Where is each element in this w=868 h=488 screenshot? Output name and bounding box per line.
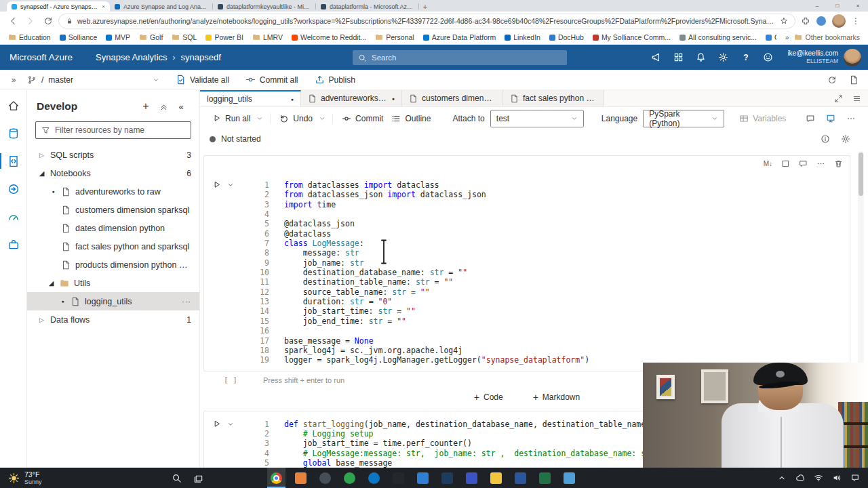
tree-item-products-dimension-python-and-spa[interactable]: products dimension python and spa... [27,256,199,274]
more-actions-icon[interactable]: ··· [182,298,191,306]
undo-button[interactable]: Undo [275,110,317,127]
editor-tab-adventureworks-to-raw[interactable]: adventureworks to raw● [301,90,402,106]
browser-profile-avatar[interactable] [832,14,846,28]
taskbar-app-icon[interactable] [536,468,554,488]
chevron-expanded-icon[interactable]: ◢ [38,169,45,177]
other-bookmarks[interactable]: Other bookmarks [794,33,860,41]
attach-to-select[interactable]: test [490,110,584,127]
tree-item-adventureworks-to-raw[interactable]: ●adventureworks to raw [27,182,199,201]
refresh-button[interactable] [41,14,56,28]
bookmark-item[interactable]: Personal [375,33,414,41]
taskbar-app-icon[interactable] [316,468,334,488]
omnibox[interactable]: web.azuresynapse.net/en/authoring/analyz… [58,14,795,28]
tree-item-logging-utils[interactable]: ●logging_utils··· [27,292,199,310]
add-markdown-button[interactable]: + Markdown [533,392,580,403]
taskbar-app-icon[interactable] [292,468,310,488]
caret-up-button[interactable] [777,473,787,483]
code-editor[interactable]: from dataclasses import dataclassfrom da… [269,180,850,365]
undo-dropdown-button[interactable] [317,115,328,122]
chevron-collapsed-icon[interactable]: ▷ [38,317,45,323]
tree-item-dates-dimension-python[interactable]: dates dimension python [27,219,199,237]
user-info[interactable]: ike@ikeellis.com ELLISTEAM [787,49,838,65]
comments-icon[interactable] [806,114,815,123]
run-cell-icon[interactable] [212,180,221,189]
browser-tab[interactable]: dataplatformla - Microsoft Azure [316,1,419,12]
chevron-expanded-icon[interactable]: ◢ [47,279,55,287]
nav-develop[interactable] [0,147,27,175]
tree-item-fact-sales-python-and-sparksql[interactable]: fact sales python and sparksql [27,237,199,256]
bookmark-item[interactable]: LMRV [252,33,283,41]
help-button[interactable]: ? [734,45,757,70]
bookmark-item[interactable]: Welcome to Reddit... [292,33,366,41]
bookmark-item[interactable]: Solliance [60,33,98,41]
nav-manage[interactable] [0,230,27,258]
outline-button[interactable]: Outline [387,110,435,127]
filter-box[interactable] [35,121,191,139]
expand-nav-icon[interactable]: » [0,75,27,85]
forward-button[interactable] [23,14,38,28]
comment-icon[interactable] [799,159,808,168]
bookmark-item[interactable]: CloudLabs On Dem... [766,33,776,41]
nav-data[interactable] [0,119,27,147]
bookmark-item[interactable]: SQL [172,33,197,41]
taskbar-app-icon[interactable] [340,468,359,488]
variables-button[interactable]: Variables [735,110,790,127]
expand-editor-icon[interactable] [834,94,843,103]
product-name[interactable]: Synapse Analytics [96,52,167,62]
commit-button[interactable]: Commit [338,110,387,127]
browser-tab[interactable]: dataplatformkeyvaultlike - Micro... [213,1,316,12]
editor-tab-logging-utils[interactable]: logging_utils● [200,90,301,106]
back-button[interactable] [5,14,20,28]
close-button[interactable]: × [848,0,868,12]
chevron-collapsed-icon[interactable]: ▷ [38,152,45,159]
workspace-name[interactable]: synapsedf [181,52,221,62]
session-info-icon[interactable] [821,134,830,144]
settings-button[interactable] [712,45,734,70]
browser-tab[interactable]: Azure Synapse and Log Analytic... [110,1,213,12]
taskbar-app-icon[interactable] [511,468,530,488]
browser-menu-icon[interactable]: ⋮ [852,16,860,26]
bookmark-item[interactable]: Golf [139,33,163,41]
bookmark-item[interactable]: MVP [106,33,130,41]
maximize-button[interactable]: □ [827,0,848,12]
collapse-all-button[interactable] [155,98,172,115]
editor-tab-customers-dimensio[interactable]: customers dimensio... [402,90,503,106]
delete-cell-icon[interactable] [834,159,843,168]
run-all-button[interactable]: Run all [208,110,254,127]
wifi-button[interactable] [814,473,823,483]
configure-session-icon[interactable] [841,134,850,144]
scrollbar-thumb[interactable] [859,152,863,196]
run-cell-icon[interactable] [212,420,221,428]
editor-tab-fact-sales-python-an[interactable]: fact sales python an... [503,90,604,106]
tree-item-utils[interactable]: ◢Utils [27,274,199,292]
taskbar-app-icon[interactable] [267,468,285,488]
notifications-button[interactable] [690,45,712,70]
more-actions-icon[interactable] [816,159,825,168]
url-text[interactable]: web.azuresynapse.net/en/authoring/analyz… [77,17,776,25]
bookmark-item[interactable]: Education [8,33,51,41]
cloud-button[interactable] [795,473,805,483]
extension-icon[interactable] [816,16,826,26]
bookmark-star-icon[interactable] [780,17,788,25]
nav-integrate[interactable] [0,175,27,203]
search-input[interactable] [372,54,561,62]
browser-tab[interactable]: synapsedf - Azure Synapse Analy× [7,1,110,12]
refresh-icon[interactable] [827,75,837,85]
taskbar-app-icon[interactable] [365,468,383,488]
weather-widget[interactable]: 73°F Sunny [0,468,50,488]
validate-all-button[interactable]: Validate all [176,75,229,85]
bookmark-item[interactable]: DocHub [549,33,584,41]
minimize-button[interactable]: – [807,0,827,12]
bookmark-item[interactable]: LinkedIn [505,33,540,41]
language-select[interactable]: PySpark (Python) [643,110,724,127]
add-resource-button[interactable]: + [137,98,155,115]
bookmark-item[interactable]: My Solliance Comm... [593,33,671,41]
tree-item-customers-dimension-sparksql[interactable]: customers dimension sparksql [27,201,199,219]
tree-section-data-flows[interactable]: ▷Data flows1 [27,310,199,329]
tree-section-notebooks[interactable]: ◢Notebooks6 [27,164,199,182]
spark-ui-icon[interactable] [826,114,835,123]
more-actions-icon[interactable] [846,114,856,123]
tab-close-icon[interactable]: × [102,3,105,9]
tree-section-sql-scripts[interactable]: ▷SQL scripts3 [27,146,199,164]
action-center-button[interactable] [850,473,860,483]
